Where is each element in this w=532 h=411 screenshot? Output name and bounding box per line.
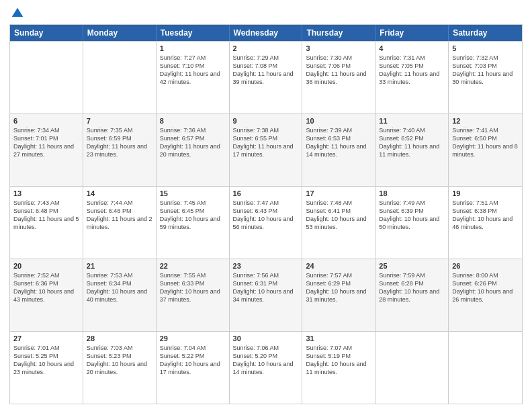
- calendar-cell: 18Sunrise: 7:49 AM Sunset: 6:39 PM Dayli…: [375, 187, 449, 259]
- calendar-cell: 14Sunrise: 7:44 AM Sunset: 6:46 PM Dayli…: [83, 187, 157, 259]
- day-info: Sunrise: 7:01 AM Sunset: 5:25 PM Dayligh…: [13, 344, 79, 377]
- day-info: Sunrise: 7:43 AM Sunset: 6:48 PM Dayligh…: [13, 199, 79, 232]
- day-info: Sunrise: 7:38 AM Sunset: 6:55 PM Dayligh…: [233, 126, 299, 159]
- day-info: Sunrise: 7:29 AM Sunset: 7:08 PM Dayligh…: [233, 54, 299, 87]
- calendar-cell: [375, 332, 449, 404]
- day-info: Sunrise: 8:00 AM Sunset: 6:26 PM Dayligh…: [452, 271, 519, 304]
- day-number: 5: [452, 44, 519, 52]
- calendar-header: Sunday Monday Tuesday Wednesday Thursday…: [10, 25, 522, 41]
- calendar-body: 1Sunrise: 7:27 AM Sunset: 7:10 PM Daylig…: [10, 41, 522, 404]
- day-number: 7: [87, 117, 152, 125]
- day-number: 15: [160, 189, 226, 197]
- day-number: 3: [306, 44, 371, 52]
- header-thursday: Thursday: [302, 25, 375, 41]
- calendar-week-1: 1Sunrise: 7:27 AM Sunset: 7:10 PM Daylig…: [10, 41, 522, 113]
- day-info: Sunrise: 7:59 AM Sunset: 6:28 PM Dayligh…: [379, 271, 445, 304]
- day-info: Sunrise: 7:07 AM Sunset: 5:19 PM Dayligh…: [306, 344, 371, 377]
- calendar-week-5: 27Sunrise: 7:01 AM Sunset: 5:25 PM Dayli…: [10, 331, 522, 404]
- day-info: Sunrise: 7:49 AM Sunset: 6:39 PM Dayligh…: [379, 199, 445, 232]
- day-number: 24: [306, 262, 371, 270]
- calendar-week-3: 13Sunrise: 7:43 AM Sunset: 6:48 PM Dayli…: [10, 186, 522, 259]
- day-info: Sunrise: 7:44 AM Sunset: 6:46 PM Dayligh…: [87, 199, 152, 232]
- calendar-cell: 21Sunrise: 7:53 AM Sunset: 6:34 PM Dayli…: [83, 259, 157, 331]
- day-number: 10: [306, 117, 371, 125]
- calendar-cell: 25Sunrise: 7:59 AM Sunset: 6:28 PM Dayli…: [375, 259, 449, 331]
- calendar-cell: 28Sunrise: 7:03 AM Sunset: 5:23 PM Dayli…: [83, 332, 157, 404]
- day-info: Sunrise: 7:53 AM Sunset: 6:34 PM Dayligh…: [87, 271, 152, 304]
- day-number: 19: [452, 189, 519, 197]
- day-number: 16: [233, 189, 299, 197]
- calendar-cell: 19Sunrise: 7:51 AM Sunset: 6:38 PM Dayli…: [449, 187, 522, 259]
- calendar-cell: 20Sunrise: 7:52 AM Sunset: 6:36 PM Dayli…: [10, 259, 83, 331]
- day-number: 14: [87, 189, 152, 197]
- calendar-cell: 27Sunrise: 7:01 AM Sunset: 5:25 PM Dayli…: [10, 332, 83, 404]
- day-number: 31: [306, 334, 371, 342]
- header-wednesday: Wednesday: [230, 25, 303, 41]
- calendar-cell: 31Sunrise: 7:07 AM Sunset: 5:19 PM Dayli…: [302, 332, 375, 404]
- day-info: Sunrise: 7:55 AM Sunset: 6:33 PM Dayligh…: [160, 271, 226, 304]
- day-number: 17: [306, 189, 371, 197]
- day-info: Sunrise: 7:41 AM Sunset: 6:50 PM Dayligh…: [452, 126, 519, 159]
- header-tuesday: Tuesday: [157, 25, 230, 41]
- day-info: Sunrise: 7:36 AM Sunset: 6:57 PM Dayligh…: [160, 126, 226, 159]
- day-info: Sunrise: 7:56 AM Sunset: 6:31 PM Dayligh…: [233, 271, 299, 304]
- day-number: 23: [233, 262, 299, 270]
- logo-icon: [11, 7, 24, 20]
- calendar-week-2: 6Sunrise: 7:34 AM Sunset: 7:01 PM Daylig…: [10, 113, 522, 186]
- calendar-cell: 29Sunrise: 7:04 AM Sunset: 5:22 PM Dayli…: [157, 332, 230, 404]
- day-number: 4: [379, 44, 445, 52]
- calendar-cell: 9Sunrise: 7:38 AM Sunset: 6:55 PM Daylig…: [230, 114, 303, 186]
- day-info: Sunrise: 7:35 AM Sunset: 6:59 PM Dayligh…: [87, 126, 152, 159]
- day-info: Sunrise: 7:30 AM Sunset: 7:06 PM Dayligh…: [306, 54, 371, 87]
- calendar-cell: 26Sunrise: 8:00 AM Sunset: 6:26 PM Dayli…: [449, 259, 522, 331]
- calendar-cell: 12Sunrise: 7:41 AM Sunset: 6:50 PM Dayli…: [449, 114, 522, 186]
- day-info: Sunrise: 7:45 AM Sunset: 6:45 PM Dayligh…: [160, 199, 226, 232]
- calendar-cell: 15Sunrise: 7:45 AM Sunset: 6:45 PM Dayli…: [157, 187, 230, 259]
- day-number: 30: [233, 334, 299, 342]
- calendar-cell: 5Sunrise: 7:32 AM Sunset: 7:03 PM Daylig…: [449, 42, 522, 113]
- day-number: 26: [452, 262, 519, 270]
- calendar-cell: [449, 332, 522, 404]
- day-number: 8: [160, 117, 226, 125]
- day-number: 9: [233, 117, 299, 125]
- day-info: Sunrise: 7:27 AM Sunset: 7:10 PM Dayligh…: [160, 54, 226, 87]
- day-number: 27: [13, 334, 79, 342]
- day-number: 28: [87, 334, 152, 342]
- calendar-cell: 17Sunrise: 7:48 AM Sunset: 6:41 PM Dayli…: [302, 187, 375, 259]
- calendar-cell: 1Sunrise: 7:27 AM Sunset: 7:10 PM Daylig…: [157, 42, 230, 113]
- day-number: 1: [160, 44, 226, 52]
- day-number: 13: [13, 189, 79, 197]
- calendar-cell: 4Sunrise: 7:31 AM Sunset: 7:05 PM Daylig…: [375, 42, 449, 113]
- day-info: Sunrise: 7:51 AM Sunset: 6:38 PM Dayligh…: [452, 199, 519, 232]
- day-number: 21: [87, 262, 152, 270]
- day-info: Sunrise: 7:47 AM Sunset: 6:43 PM Dayligh…: [233, 199, 299, 232]
- day-info: Sunrise: 7:39 AM Sunset: 6:53 PM Dayligh…: [306, 126, 371, 159]
- day-info: Sunrise: 7:32 AM Sunset: 7:03 PM Dayligh…: [452, 54, 519, 87]
- header-friday: Friday: [375, 25, 449, 41]
- header-monday: Monday: [83, 25, 157, 41]
- svg-marker-0: [12, 8, 24, 17]
- calendar-cell: 3Sunrise: 7:30 AM Sunset: 7:06 PM Daylig…: [302, 42, 375, 113]
- calendar-cell: 23Sunrise: 7:56 AM Sunset: 6:31 PM Dayli…: [230, 259, 303, 331]
- calendar: Sunday Monday Tuesday Wednesday Thursday…: [9, 24, 523, 404]
- calendar-cell: 13Sunrise: 7:43 AM Sunset: 6:48 PM Dayli…: [10, 187, 83, 259]
- day-info: Sunrise: 7:34 AM Sunset: 7:01 PM Dayligh…: [13, 126, 79, 159]
- day-info: Sunrise: 7:48 AM Sunset: 6:41 PM Dayligh…: [306, 199, 371, 232]
- calendar-cell: 24Sunrise: 7:57 AM Sunset: 6:29 PM Dayli…: [302, 259, 375, 331]
- day-number: 29: [160, 334, 226, 342]
- logo: [9, 7, 24, 20]
- calendar-cell: [83, 42, 157, 113]
- calendar-cell: 2Sunrise: 7:29 AM Sunset: 7:08 PM Daylig…: [230, 42, 303, 113]
- day-info: Sunrise: 7:06 AM Sunset: 5:20 PM Dayligh…: [233, 344, 299, 377]
- header-sunday: Sunday: [10, 25, 83, 41]
- calendar-cell: 30Sunrise: 7:06 AM Sunset: 5:20 PM Dayli…: [230, 332, 303, 404]
- day-info: Sunrise: 7:52 AM Sunset: 6:36 PM Dayligh…: [13, 271, 79, 304]
- calendar-cell: 22Sunrise: 7:55 AM Sunset: 6:33 PM Dayli…: [157, 259, 230, 331]
- calendar-week-4: 20Sunrise: 7:52 AM Sunset: 6:36 PM Dayli…: [10, 259, 522, 331]
- day-info: Sunrise: 7:03 AM Sunset: 5:23 PM Dayligh…: [87, 344, 152, 377]
- day-info: Sunrise: 7:31 AM Sunset: 7:05 PM Dayligh…: [379, 54, 445, 87]
- day-number: 25: [379, 262, 445, 270]
- calendar-cell: [10, 42, 83, 113]
- calendar-cell: 11Sunrise: 7:40 AM Sunset: 6:52 PM Dayli…: [375, 114, 449, 186]
- day-info: Sunrise: 7:40 AM Sunset: 6:52 PM Dayligh…: [379, 126, 445, 159]
